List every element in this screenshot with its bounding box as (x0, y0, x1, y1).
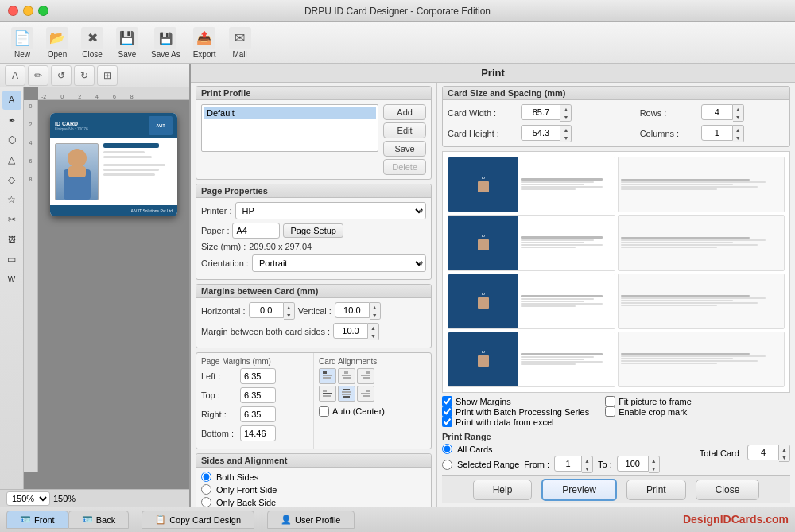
margin-v-up[interactable]: ▲ (370, 303, 380, 311)
back-side-radio[interactable] (201, 497, 211, 507)
save-profile-button[interactable]: Save (383, 141, 426, 157)
pm-left-input[interactable] (240, 368, 276, 384)
add-profile-button[interactable]: Add (383, 104, 426, 120)
new-button[interactable]: 📄 New (6, 24, 38, 62)
card-width-input[interactable] (521, 104, 560, 120)
to-up[interactable]: ▲ (649, 456, 659, 464)
page-margins-title: Page Margins (mm) (201, 357, 308, 366)
margin-h-input[interactable] (249, 302, 284, 318)
svg-rect-5 (323, 377, 331, 379)
draw-tool-button[interactable]: ✏ (28, 65, 48, 86)
triangle-tool[interactable]: △ (2, 150, 21, 169)
pm-top-input[interactable] (240, 387, 276, 403)
total-input[interactable] (747, 445, 779, 460)
edit-profile-button[interactable]: Edit (383, 122, 426, 138)
copy-card-design-tab[interactable]: 📋 Copy Card Design (142, 511, 254, 529)
align-tl[interactable] (319, 368, 336, 384)
close-window-button[interactable] (8, 6, 18, 16)
align-ml[interactable] (319, 386, 336, 402)
card-height-input[interactable] (521, 125, 560, 141)
mail-button[interactable]: ✉ Mail (224, 24, 256, 62)
margin-both-down[interactable]: ▼ (368, 332, 378, 340)
from-input[interactable] (554, 456, 582, 472)
close-button[interactable]: Close (696, 480, 760, 500)
card-width-down[interactable]: ▼ (560, 113, 571, 121)
user-profile-tab[interactable]: 👤 User Profile (267, 511, 354, 529)
print-button[interactable]: Print (626, 480, 686, 500)
profile-list[interactable]: Default (201, 104, 378, 152)
page-setup-button[interactable]: Page Setup (283, 223, 343, 238)
pen-tool[interactable]: ✒ (2, 111, 21, 130)
back-tab[interactable]: 🪪 Back (68, 511, 129, 529)
margin-v-input[interactable] (335, 302, 370, 318)
close-button[interactable]: ✖ Close (76, 24, 108, 62)
align-tr[interactable] (357, 368, 374, 384)
to-down[interactable]: ▼ (649, 464, 659, 472)
rows-input[interactable] (701, 104, 733, 120)
to-input[interactable] (617, 456, 649, 472)
margin-both-input[interactable] (333, 323, 368, 339)
fit-picture-checkbox[interactable] (605, 396, 615, 406)
pm-bottom-input[interactable] (240, 425, 276, 441)
text-field-tool[interactable]: W (2, 270, 21, 289)
from-down[interactable]: ▼ (582, 464, 592, 472)
orientation-select[interactable]: Portrait Landscape (252, 254, 426, 272)
margin-both-up[interactable]: ▲ (368, 324, 378, 332)
sides-alignment-body: Both Sides Only Front Side Only Back Sid… (196, 468, 431, 507)
grid-button[interactable]: ⊞ (97, 65, 118, 86)
pm-right-input[interactable] (240, 406, 276, 422)
card-height-down[interactable]: ▼ (560, 134, 571, 142)
help-button[interactable]: Help (473, 480, 533, 500)
align-mr[interactable] (357, 386, 374, 402)
rows-down[interactable]: ▼ (733, 113, 743, 121)
open-button[interactable]: 📂 Open (41, 24, 73, 62)
margin-h-up[interactable]: ▲ (284, 303, 294, 311)
columns-down[interactable]: ▼ (733, 134, 743, 142)
shape-tool[interactable]: ⬡ (2, 130, 21, 150)
front-tab[interactable]: 🪪 Front (6, 511, 68, 529)
paper-input[interactable] (232, 223, 280, 239)
from-up[interactable]: ▲ (582, 456, 592, 464)
preview-button[interactable]: Preview (541, 479, 617, 501)
columns-input[interactable] (701, 125, 733, 141)
save-button[interactable]: 💾 Save (111, 24, 143, 62)
margin-h-down[interactable]: ▼ (284, 311, 294, 319)
delete-profile-button[interactable]: Delete (383, 159, 426, 175)
printer-select[interactable]: HP (235, 202, 426, 219)
auto-center-checkbox[interactable] (319, 406, 329, 417)
align-tc[interactable] (338, 368, 355, 384)
save-as-button[interactable]: 💾 Save As (146, 24, 185, 62)
all-cards-radio[interactable] (442, 444, 452, 454)
batch-processing-checkbox[interactable] (442, 406, 452, 417)
export-button[interactable]: 📤 Export (188, 24, 221, 62)
maximize-window-button[interactable] (38, 6, 48, 16)
card-width-up[interactable]: ▲ (560, 105, 571, 113)
align-mc[interactable] (338, 386, 355, 402)
enable-crop-checkbox[interactable] (605, 406, 615, 417)
profile-item-default[interactable]: Default (204, 107, 376, 119)
text-tool-button[interactable]: A (5, 65, 25, 86)
total-down[interactable]: ▼ (779, 453, 789, 461)
diamond-tool[interactable]: ◇ (2, 170, 21, 189)
image-tool[interactable]: 🖼 (2, 230, 21, 249)
scissors-tool[interactable]: ✂ (2, 210, 21, 229)
rows-up[interactable]: ▲ (733, 105, 743, 113)
card-height-up[interactable]: ▲ (560, 126, 571, 134)
undo-button[interactable]: ↺ (51, 65, 72, 86)
zoom-select[interactable]: 150% 100% 200% (6, 491, 50, 506)
select-tool[interactable]: A (2, 91, 21, 110)
data-from-excel-checkbox[interactable] (442, 417, 452, 427)
star-tool[interactable]: ☆ (2, 190, 21, 209)
margin-h-label: Horizontal : (201, 306, 246, 316)
selected-range-radio[interactable] (442, 460, 452, 470)
show-margins-checkbox[interactable] (442, 396, 452, 406)
total-up[interactable]: ▲ (779, 445, 789, 453)
rect-tool[interactable]: ▭ (2, 250, 21, 269)
front-side-radio[interactable] (201, 484, 211, 495)
redo-button[interactable]: ↻ (74, 65, 95, 86)
page-properties-section: Page Properties Printer : HP Paper : (196, 184, 432, 280)
columns-up[interactable]: ▲ (733, 126, 743, 134)
margin-v-down[interactable]: ▼ (370, 311, 380, 319)
both-sides-radio[interactable] (201, 472, 211, 482)
minimize-window-button[interactable] (23, 6, 33, 16)
